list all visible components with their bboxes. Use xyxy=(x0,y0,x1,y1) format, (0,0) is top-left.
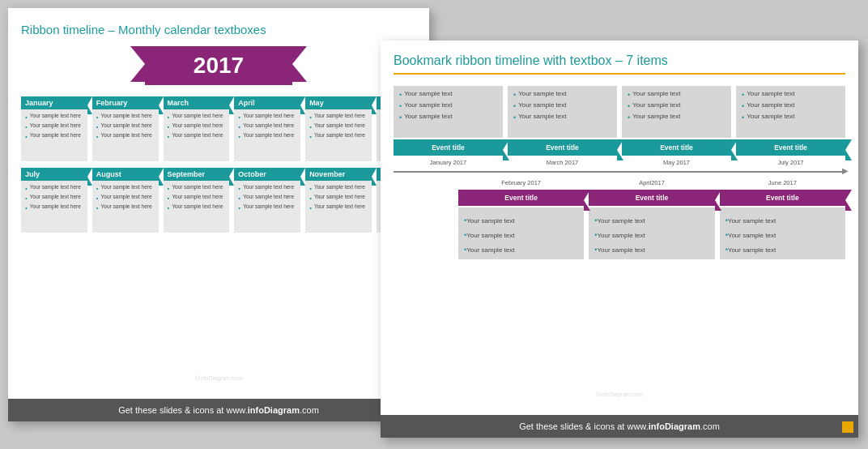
slide-left-footer: Get these slides & icons at www.infoDiag… xyxy=(8,399,429,421)
top-text-box-4: •Your sample text •Your sample text •You… xyxy=(736,86,845,138)
date-label-1: January 2017 xyxy=(394,157,503,168)
bottom-date-row: February 2017 April2017 June 2017 xyxy=(394,177,845,188)
month-header-march: March xyxy=(164,96,230,109)
month-april: April •Your sample text here •Your sampl… xyxy=(234,96,300,161)
footer-text-right: Get these slides & icons at www.infoDiag… xyxy=(519,421,720,431)
bottom-text-box-1: •Your sample text •Your sample text •You… xyxy=(458,207,584,259)
top-text-box-2: •Your sample text •Your sample text •You… xyxy=(508,86,617,138)
top-text-box-1: •Your sample text •Your sample text •You… xyxy=(394,86,503,138)
month-july: July •Your sample text here •Your sample… xyxy=(21,168,87,233)
month-october: October •Your sample text here •Your sam… xyxy=(234,168,300,233)
date-label-4: July 2017 xyxy=(736,157,845,168)
slide-right: Bookmark ribbon timeline with textbox – … xyxy=(381,41,858,438)
watermark-right: ©infoDiagram.com xyxy=(596,391,643,397)
month-content-november: •Your sample text here •Your sample text… xyxy=(305,181,372,233)
month-header-april: April xyxy=(234,96,300,109)
bottom-date-label-1: February 2017 xyxy=(458,177,584,188)
month-header-september: September xyxy=(164,168,230,181)
bottom-section: February 2017 April2017 June 2017 Event … xyxy=(394,177,845,259)
calendar-row-1: January •Your sample text here •Your sam… xyxy=(21,96,416,161)
month-content-august: •Your sample text here •Your sample text… xyxy=(92,181,159,233)
bottom-ribbon-1: Event title xyxy=(458,190,584,206)
calendar-grid: January •Your sample text here •Your sam… xyxy=(21,96,416,233)
date-label-2: March 2017 xyxy=(508,157,617,168)
timeline-arrow xyxy=(394,171,845,173)
bottom-ribbon-3: Event title xyxy=(720,190,845,206)
footer-text-left: Get these slides & icons at www.infoDiag… xyxy=(118,405,319,415)
calendar-row-2: July •Your sample text here •Your sample… xyxy=(21,168,416,233)
event-ribbon-4: Event title xyxy=(736,139,845,156)
timeline-container: •Your sample text •Your sample text •You… xyxy=(394,86,845,259)
watermark-left: ©infoDiagram.com xyxy=(195,375,242,381)
month-january: January •Your sample text here •Your sam… xyxy=(21,96,87,161)
month-header-july: July xyxy=(21,168,87,181)
bottom-ribbon-row: Event title Event title Event title xyxy=(394,190,845,206)
year-banner-container: 2017 xyxy=(21,46,416,85)
month-may: May •Your sample text here •Your sample … xyxy=(305,96,372,161)
top-text-box-3: •Your sample text •Your sample text •You… xyxy=(622,86,731,138)
event-ribbon-1: Event title xyxy=(394,139,503,156)
bottom-text-box-2: •Your sample text •Your sample text •You… xyxy=(589,207,714,259)
month-header-february: February xyxy=(92,96,159,109)
bottom-ribbon-2: Event title xyxy=(589,190,714,206)
top-ribbon-row: Event title Event title Event title Even… xyxy=(394,139,845,156)
bottom-date-label-3: June 2017 xyxy=(720,177,845,188)
date-label-3: May 2017 xyxy=(622,157,731,168)
month-content-april: •Your sample text here •Your sample text… xyxy=(234,109,300,161)
slide-right-title: Bookmark ribbon timeline with textbox – … xyxy=(394,53,845,75)
month-header-may: May xyxy=(305,96,372,109)
month-february: February •Your sample text here •Your sa… xyxy=(92,96,159,161)
bottom-text-box-3: •Your sample text •Your sample text •You… xyxy=(720,207,845,259)
month-september: September •Your sample text here •Your s… xyxy=(164,168,230,233)
slide-left: Ribbon timeline – Monthly calendar textb… xyxy=(8,8,429,421)
month-content-july: •Your sample text here •Your sample text… xyxy=(21,181,87,233)
month-content-october: •Your sample text here •Your sample text… xyxy=(234,181,300,233)
year-banner: 2017 xyxy=(145,46,292,85)
month-content-march: •Your sample text here •Your sample text… xyxy=(164,109,230,161)
footer-brand-right: infoDiagram xyxy=(649,421,700,431)
bottom-date-label-2: April2017 xyxy=(589,177,714,188)
month-august: August •Your sample text here •Your samp… xyxy=(92,168,159,233)
month-header-january: January xyxy=(21,96,87,109)
event-ribbon-2: Event title xyxy=(508,139,617,156)
month-november: November •Your sample text here •Your sa… xyxy=(305,168,372,233)
bottom-text-row: •Your sample text •Your sample text •You… xyxy=(394,207,845,259)
orange-corner-icon xyxy=(842,421,853,433)
footer-brand-left: infoDiagram xyxy=(248,405,300,415)
month-march: March •Your sample text here •Your sampl… xyxy=(164,96,230,161)
slide-left-title: Ribbon timeline – Monthly calendar textb… xyxy=(21,23,416,36)
month-content-september: •Your sample text here •Your sample text… xyxy=(164,181,230,233)
month-content-january: •Your sample text here •Your sample text… xyxy=(21,109,87,161)
month-content-february: •Your sample text here •Your sample text… xyxy=(92,109,159,161)
slide-right-footer: Get these slides & icons at www.infoDiag… xyxy=(381,415,858,438)
month-header-november: November xyxy=(305,168,372,181)
month-content-may: •Your sample text here •Your sample text… xyxy=(305,109,372,161)
month-header-october: October xyxy=(234,168,300,181)
event-ribbon-3: Event title xyxy=(622,139,731,156)
top-text-row: •Your sample text •Your sample text •You… xyxy=(394,86,845,138)
month-header-august: August xyxy=(92,168,159,181)
